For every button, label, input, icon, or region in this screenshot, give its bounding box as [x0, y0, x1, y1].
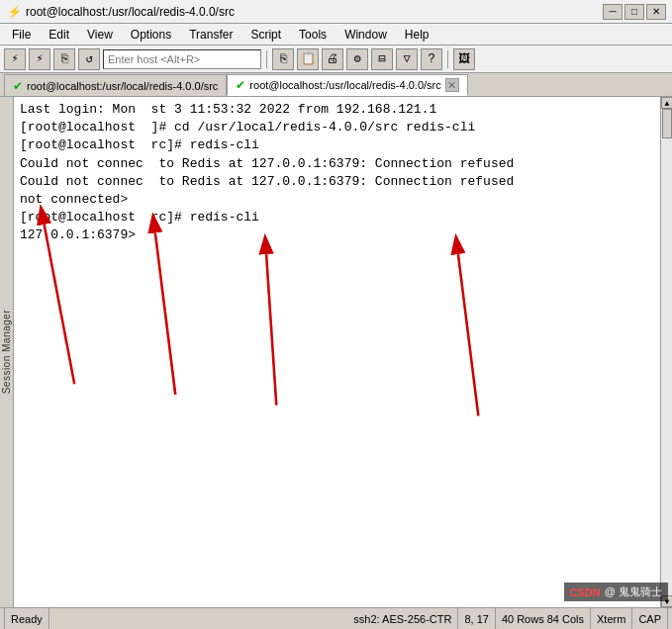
terminal-area[interactable]: Last login: Mon st 3 11:53:32 2022 from …: [14, 97, 660, 607]
scrollbar[interactable]: ▲ ▼: [660, 97, 672, 607]
toolbar-separator-1: [266, 50, 267, 68]
tab-1-label: root@localhost:/usr/local/redis-4.0.0/sr…: [27, 80, 218, 92]
menu-bar: File Edit View Options Transfer Script T…: [0, 24, 672, 45]
term-line-6: not connected>: [20, 191, 654, 209]
term-line-4: Could not connec to Redis at 127.0.0.1:6…: [20, 155, 654, 173]
menu-options[interactable]: Options: [123, 26, 179, 44]
tab-1[interactable]: ✔ root@localhost:/usr/local/redis-4.0.0/…: [4, 74, 227, 96]
status-cipher: ssh2: AES-256-CTR: [347, 608, 458, 629]
scroll-track: [661, 109, 672, 595]
session-manager-label: Session Manager: [1, 310, 12, 394]
menu-tools[interactable]: Tools: [291, 26, 335, 44]
csdn-badge: CSDN @ 鬼鬼骑士: [564, 583, 668, 601]
term-line-7: [root@localhost rc]# redis-cli: [20, 209, 654, 226]
csdn-user-label: @ 鬼鬼骑士: [605, 584, 662, 599]
status-bar: Ready ssh2: AES-256-CTR 8, 17 40 Rows 84…: [0, 607, 672, 629]
status-size: 40 Rows 84 Cols: [496, 608, 591, 629]
window-controls: ─ □ ✕: [603, 4, 666, 20]
menu-view[interactable]: View: [79, 26, 121, 44]
toolbar-filter-btn[interactable]: ▽: [396, 48, 418, 70]
toolbar-extra-btn[interactable]: 🖼: [453, 48, 475, 70]
status-position: 8, 17: [458, 608, 495, 629]
host-input[interactable]: [103, 49, 261, 69]
title-bar: ⚡ root@localhost:/usr/local/redis-4.0.0/…: [0, 0, 672, 24]
toolbar-clipboard-btn[interactable]: 📋: [297, 48, 319, 70]
menu-file[interactable]: File: [4, 26, 39, 44]
toolbar-refresh-btn[interactable]: ↺: [78, 48, 100, 70]
scroll-thumb[interactable]: [662, 109, 672, 138]
toolbar-connect-btn[interactable]: ⚡: [4, 48, 26, 70]
scroll-up-btn[interactable]: ▲: [661, 97, 672, 109]
csdn-platform-label: CSDN: [570, 586, 601, 598]
tab-2-close-button[interactable]: ✕: [445, 78, 459, 92]
toolbar: ⚡ ⚡ ⎘ ↺ ⎘ 📋 🖨 ⚙ ⊟ ▽ ? 🖼: [0, 45, 672, 73]
close-button[interactable]: ✕: [646, 4, 666, 20]
toolbar-copy-btn[interactable]: ⎘: [53, 48, 75, 70]
term-line-3: [root@localhost rc]# redis-cli: [20, 136, 654, 154]
menu-edit[interactable]: Edit: [41, 26, 77, 44]
term-line-2: [root@localhost ]# cd /usr/local/redis-4…: [20, 119, 654, 136]
tab-2-check-icon: ✔: [236, 78, 245, 92]
app-icon: ⚡: [6, 4, 22, 20]
toolbar-separator-2: [447, 50, 448, 68]
toolbar-lightning-btn[interactable]: ⚡: [29, 48, 50, 70]
toolbar-print-btn[interactable]: 🖨: [322, 48, 343, 70]
status-term: Xterm: [591, 608, 632, 629]
session-sidebar: Session Manager: [0, 97, 14, 607]
term-line-1: Last login: Mon st 3 11:53:32 2022 from …: [20, 101, 654, 119]
status-cap: CAP: [632, 608, 668, 629]
terminal-content: Last login: Mon st 3 11:53:32 2022 from …: [14, 97, 660, 607]
menu-script[interactable]: Script: [242, 26, 289, 44]
menu-help[interactable]: Help: [397, 26, 437, 44]
tab-1-check-icon: ✔: [13, 79, 23, 93]
tab-bar: ✔ root@localhost:/usr/local/redis-4.0.0/…: [0, 73, 672, 97]
term-line-5: Could not connec to Redis at 127.0.0.1:6…: [20, 173, 654, 191]
term-line-8: 127.0.0.1:6379>: [20, 226, 654, 244]
tab-2[interactable]: ✔ root@localhost:/usr/local/redis-4.0.0/…: [227, 74, 467, 96]
toolbar-paste-btn[interactable]: ⎘: [272, 48, 294, 70]
tab-2-label: root@localhost:/usr/local/redis-4.0.0/sr…: [249, 79, 440, 91]
main-area: Session Manager Last login: Mon st 3 11:…: [0, 97, 672, 607]
minimize-button[interactable]: ─: [603, 4, 623, 20]
menu-window[interactable]: Window: [336, 26, 395, 44]
window-title: root@localhost:/usr/local/redis-4.0.0/sr…: [26, 5, 603, 19]
toolbar-split-btn[interactable]: ⊟: [371, 48, 393, 70]
toolbar-settings-btn[interactable]: ⚙: [346, 48, 368, 70]
status-ready: Ready: [4, 608, 49, 629]
toolbar-help-btn[interactable]: ?: [421, 48, 442, 70]
maximize-button[interactable]: □: [624, 4, 644, 20]
menu-transfer[interactable]: Transfer: [181, 26, 240, 44]
